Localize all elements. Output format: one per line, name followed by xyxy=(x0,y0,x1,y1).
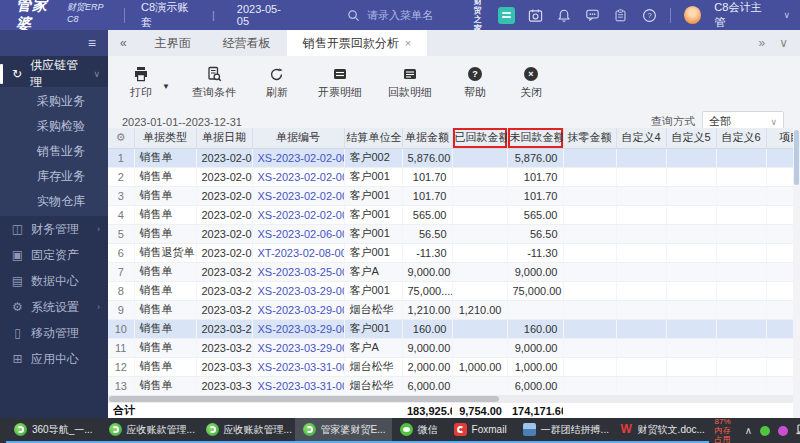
column-header[interactable]: 结算单位全名 xyxy=(344,128,402,148)
menu-search[interactable] xyxy=(346,7,462,23)
table-row[interactable]: 2 销售单 2023-02-02 XS-2023-02-02-000... 客户… xyxy=(108,167,793,186)
doc-number-link[interactable]: XS-2023-02-02-000... xyxy=(252,186,344,205)
doc-number-link[interactable]: XS-2023-03-29-000... xyxy=(252,281,344,300)
table-row[interactable]: 8 销售单 2023-03-29 XS-2023-03-29-000... 客户… xyxy=(108,281,793,300)
tab-main[interactable]: 主界面 xyxy=(139,30,207,56)
taskbar-item[interactable]: 管家婆财贸E... xyxy=(295,418,392,443)
sidebar-item-fixed-assets[interactable]: ▣ 固定资产 xyxy=(0,242,108,268)
close-button[interactable]: × 关闭 xyxy=(514,66,548,100)
table-row[interactable]: 12 销售单 2023-03-31 XS-2023-03-31-000... 烟… xyxy=(108,357,793,376)
table-row[interactable]: 9 销售单 2023-03-29 XS-2023-03-29-000... 烟台… xyxy=(108,300,793,319)
laptop-icon[interactable] xyxy=(796,424,800,437)
sidebar-subitem[interactable]: 销售业务 xyxy=(0,139,108,164)
doc-number-link[interactable]: XS-2023-03-29-000... xyxy=(252,319,344,338)
tab-label: 经营看板 xyxy=(223,35,271,52)
payment-detail-button[interactable]: 回款明细 xyxy=(388,66,432,100)
doc-number-link[interactable]: XT-2023-02-08-000... xyxy=(252,243,344,262)
close-tab-icon[interactable]: × xyxy=(405,37,411,49)
sidebar-item-data-center[interactable]: ▤ 数据中心 xyxy=(0,268,108,294)
doc-number-link[interactable]: XS-2023-03-31-000... xyxy=(252,357,344,376)
button-label: 回款明细 xyxy=(388,85,432,100)
cell-project xyxy=(766,148,793,167)
scrollbar-thumb[interactable] xyxy=(109,396,499,402)
taskbar-item[interactable]: 一群团结拼搏... xyxy=(515,418,612,443)
user-name[interactable]: C8会计主管 xyxy=(714,0,770,30)
doc-number-link[interactable]: XS-2023-02-02-000... xyxy=(252,167,344,186)
tabs-more-icon[interactable]: ∨ xyxy=(779,36,788,50)
doc-number-link[interactable]: XS-2023-02-02-000... xyxy=(252,148,344,167)
app-tile-icon[interactable] xyxy=(498,7,514,24)
taskbar-item[interactable]: 财贸软文.doc... xyxy=(612,418,709,443)
invoice-detail-button[interactable]: 开票明细 xyxy=(318,66,362,100)
help-icon[interactable]: ? xyxy=(642,7,657,23)
taskbar-item[interactable]: 360导航_一... xyxy=(6,418,101,443)
tabs-overflow-icon[interactable]: » xyxy=(759,36,766,50)
memory-usage-indicator[interactable]: 87% 内存占用 xyxy=(709,418,737,443)
column-header[interactable]: 单据编号 xyxy=(252,128,344,148)
user-menu-chevron-icon[interactable]: ∨ xyxy=(783,10,790,20)
help-button[interactable]: ? 帮助 xyxy=(458,66,492,100)
table-row[interactable]: 4 销售单 2023-02-02 XS-2023-02-02-000... 客户… xyxy=(108,205,793,224)
sidebar-subitem[interactable]: 采购业务 xyxy=(0,89,108,114)
vertical-scrollbar[interactable] xyxy=(793,128,800,395)
tray-expand-icon[interactable]: ∧ xyxy=(745,425,752,436)
sidebar-item-supply-chain[interactable]: ↻ 供应链管理 ∨ xyxy=(0,61,108,87)
schedule-icon[interactable] xyxy=(528,7,543,23)
task-clipboard-icon[interactable] xyxy=(613,7,628,23)
query-conditions-button[interactable]: 查询条件 xyxy=(192,66,236,100)
taskbar-item[interactable]: Foxmail xyxy=(446,418,515,443)
table-row[interactable]: 11 销售单 2023-03-29 XS-2023-03-29-000... 客… xyxy=(108,338,793,357)
column-header[interactable]: 自定义4 xyxy=(616,128,666,148)
message-icon[interactable] xyxy=(585,7,600,23)
doc-number-link[interactable]: XS-2023-03-31-000... xyxy=(252,376,344,395)
tab-dashboard[interactable]: 经营看板 xyxy=(207,30,287,56)
cell-custom6 xyxy=(716,262,766,281)
table-row[interactable]: 1 销售单 2023-02-02 XS-2023-02-02-000... 客户… xyxy=(108,148,793,167)
table-row[interactable]: 3 销售单 2023-02-02 XS-2023-02-02-000... 客户… xyxy=(108,186,793,205)
column-header[interactable]: 单据日期 xyxy=(196,128,252,148)
column-header[interactable]: 单据类型 xyxy=(134,128,196,148)
table-row[interactable]: 6 销售退货单 2023-02-08 XT-2023-02-08-000... … xyxy=(108,243,793,262)
column-header[interactable]: 自定义5 xyxy=(666,128,716,148)
column-settings-gear-icon[interactable]: ⚙ xyxy=(108,128,134,148)
taskbar-item[interactable]: 应收账款管理... xyxy=(101,418,198,443)
doc-number-link[interactable]: XS-2023-02-02-000... xyxy=(252,205,344,224)
search-input[interactable] xyxy=(367,9,462,21)
sidebar-subitem[interactable]: 采购检验 xyxy=(0,114,108,139)
sidebar-item-mobile[interactable]: ▯ 移动管理 xyxy=(0,320,108,346)
print-dropdown-icon[interactable]: ▼ xyxy=(162,82,170,91)
sidebar-item-finance[interactable]: ◫ 财务管理 › xyxy=(0,216,108,242)
table-row[interactable]: 13 销售单 2023-03-31 XS-2023-03-31-000... 烟… xyxy=(108,376,793,395)
column-header[interactable]: 已回款金额 xyxy=(452,128,507,148)
column-header[interactable]: 项目 xyxy=(766,128,793,148)
tabs-scroll-left-icon[interactable]: « xyxy=(108,30,139,56)
collapse-sidebar-icon[interactable]: ≡ xyxy=(88,36,96,50)
doc-number-link[interactable]: XS-2023-02-06-000... xyxy=(252,224,344,243)
wechat-tray-icon[interactable] xyxy=(760,426,770,436)
notification-bell-icon[interactable] xyxy=(556,7,571,23)
app-tray-icon[interactable] xyxy=(778,426,788,436)
column-header[interactable]: 抹零金额 xyxy=(563,128,616,148)
print-button[interactable]: 打印 xyxy=(124,66,158,100)
doc-number-link[interactable]: XS-2023-03-29-000... xyxy=(252,300,344,319)
scrollbar-thumb[interactable] xyxy=(794,130,799,185)
column-header[interactable]: 单据金额 xyxy=(402,128,452,148)
sidebar-subitem[interactable]: 库存业务 xyxy=(0,164,108,189)
table-row[interactable]: 7 销售单 2023-03-25 XS-2023-03-25-000... 客户… xyxy=(108,262,793,281)
taskbar-item[interactable]: 应收账款管理... xyxy=(198,418,295,443)
column-header[interactable]: 未回款金额 xyxy=(507,128,563,148)
refresh-button[interactable]: 刷新 xyxy=(260,66,294,100)
doc-number-link[interactable]: XS-2023-03-25-000... xyxy=(252,262,344,281)
tab-sales-invoice-analysis[interactable]: 销售开票回款分析 × xyxy=(287,30,427,56)
user-avatar[interactable] xyxy=(684,6,701,24)
sidebar-subitem[interactable]: 实物仓库 xyxy=(0,189,108,214)
column-header[interactable]: 自定义6 xyxy=(716,128,766,148)
table-row[interactable]: 10 销售单 2023-03-29 XS-2023-03-29-000... 客… xyxy=(108,319,793,338)
sidebar-item-app-center[interactable]: ⊞ 应用中心 xyxy=(0,346,108,372)
sidebar-item-system-settings[interactable]: ⚙ 系统设置 › xyxy=(0,294,108,320)
horizontal-scrollbar[interactable] xyxy=(108,395,793,403)
taskbar-item[interactable]: 微信 xyxy=(392,418,446,443)
table-row[interactable]: 5 销售单 2023-02-06 XS-2023-02-06-000... 客户… xyxy=(108,224,793,243)
doc-number-link[interactable]: XS-2023-03-29-000... xyxy=(252,338,344,357)
cell-custom6 xyxy=(716,376,766,395)
